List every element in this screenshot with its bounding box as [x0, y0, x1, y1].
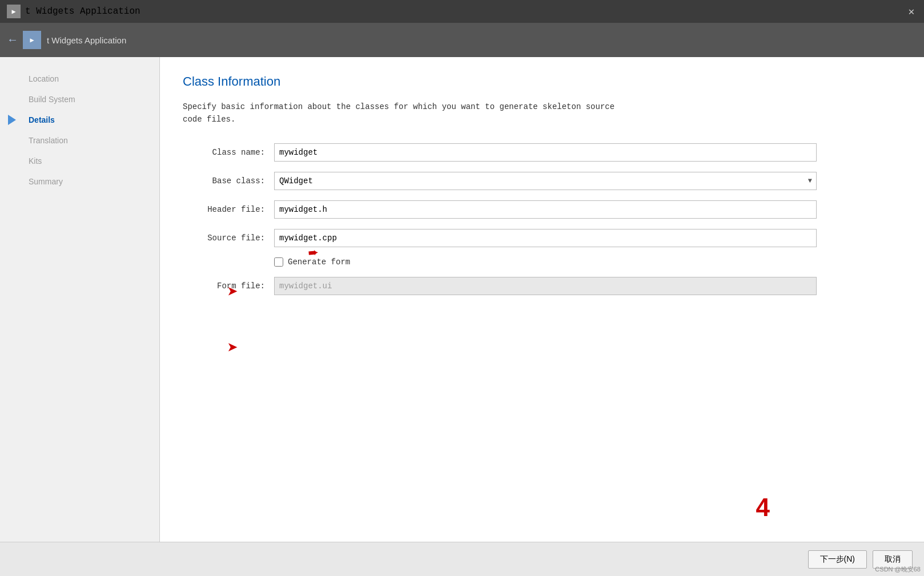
dialog-footer: 下一步(N) 取消	[0, 542, 924, 576]
source-file-input[interactable]	[274, 229, 817, 247]
form-file-label: Form file:	[183, 281, 274, 291]
wizard-icon	[23, 31, 41, 49]
class-name-input[interactable]	[274, 143, 817, 162]
page-title: Class Information	[183, 74, 901, 89]
sidebar-item-translation[interactable]: Translation	[0, 130, 159, 151]
source-file-row: Source file:	[183, 229, 901, 247]
dialog-body: Location Build System Details Translatio…	[0, 57, 924, 542]
header-file-row: Header file:	[183, 200, 901, 219]
class-name-label: Class name:	[183, 148, 274, 157]
base-class-select-wrapper: QWidgetQMainWindowQDialog ▼	[274, 172, 817, 190]
form-file-input[interactable]	[274, 277, 817, 295]
close-button[interactable]: ✕	[905, 5, 918, 18]
watermark: CSDN @晚安68	[875, 565, 921, 574]
sidebar-item-location[interactable]: Location	[0, 69, 159, 89]
description-text: Specify basic information about the clas…	[183, 100, 697, 126]
header-file-input[interactable]	[274, 200, 817, 219]
sidebar-item-kits[interactable]: Kits	[0, 151, 159, 171]
outer-window: ▶ t Widgets Application ✕ ← t Widgets Ap…	[0, 0, 924, 576]
title-bar: ▶ t Widgets Application ✕	[0, 0, 924, 23]
app-icon: ▶	[7, 5, 21, 18]
dialog-header-title: t Widgets Application	[47, 35, 126, 45]
sidebar-item-build-system[interactable]: Build System	[0, 89, 159, 110]
base-class-select[interactable]: QWidgetQMainWindowQDialog	[274, 172, 817, 190]
next-button[interactable]: 下一步(N)	[808, 550, 867, 569]
generate-form-checkbox[interactable]	[274, 257, 283, 267]
base-class-label: Base class:	[183, 176, 274, 186]
main-content: Class Information Specify basic informat…	[160, 57, 924, 542]
generate-form-label[interactable]: Generate form	[288, 257, 350, 267]
source-file-label: Source file:	[183, 233, 274, 243]
dialog-header: ← t Widgets Application	[0, 23, 924, 57]
sidebar: Location Build System Details Translatio…	[0, 57, 160, 542]
class-name-row: Class name:	[183, 143, 901, 162]
header-file-label: Header file:	[183, 205, 274, 214]
form-file-row: Form file:	[183, 277, 901, 295]
back-button[interactable]: ←	[9, 34, 16, 47]
sidebar-item-summary[interactable]: Summary	[0, 171, 159, 192]
generate-form-row: Generate form	[274, 257, 901, 267]
window-title: t Widgets Application	[25, 6, 140, 17]
sidebar-item-details[interactable]: Details	[0, 110, 159, 130]
base-class-row: Base class: QWidgetQMainWindowQDialog ▼	[183, 172, 901, 190]
